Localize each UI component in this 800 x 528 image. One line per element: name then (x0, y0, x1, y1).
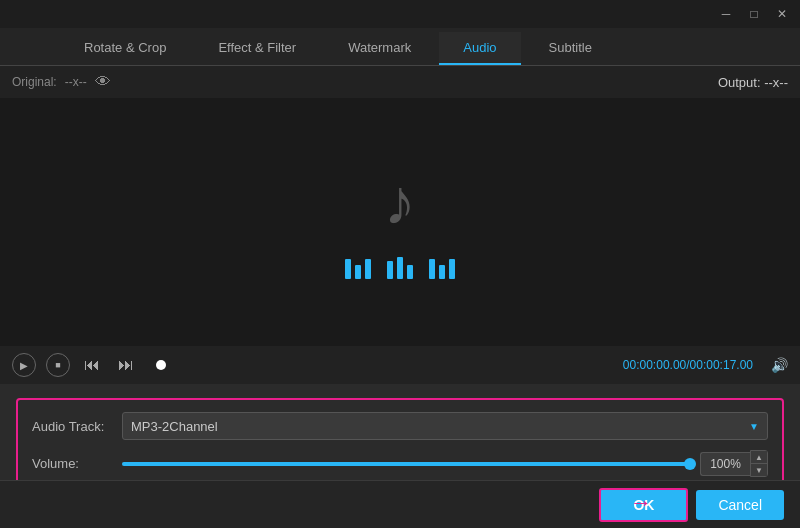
output-info: Output: --x-- (718, 75, 788, 90)
bottom-bar: → OK Cancel (0, 480, 800, 528)
volume-icon[interactable]: 🔊 (771, 357, 788, 373)
video-info-bar: Original: --x-- 👁 MUSIC 3.mp3 Output: --… (0, 66, 800, 98)
audio-track-control: MP3-2Channel ▼ (122, 412, 768, 440)
eq-bar-6 (407, 265, 413, 279)
time-display: 00:00:00.00/00:00:17.00 (623, 358, 753, 372)
audio-track-row: Audio Track: MP3-2Channel ▼ (32, 412, 768, 440)
volume-row: Volume: 100% ▲ ▼ (32, 450, 768, 477)
progress-dot[interactable] (156, 360, 166, 370)
eye-icon[interactable]: 👁 (95, 73, 111, 91)
eq-bar-2 (355, 265, 361, 279)
tab-audio[interactable]: Audio (439, 32, 520, 65)
volume-spinners: ▲ ▼ (750, 450, 768, 477)
controls-bar: ▶ ■ ⏮ ⏭ 00:00:00.00/00:00:17.00 🔊 (0, 346, 800, 384)
settings-area: Audio Track: MP3-2Channel ▼ Volume: 100% (0, 384, 800, 480)
title-bar: ─ □ ✕ (0, 0, 800, 28)
cancel-button[interactable]: Cancel (696, 490, 784, 520)
volume-value-group: 100% ▲ ▼ (700, 450, 768, 477)
volume-control: 100% ▲ ▼ (122, 450, 768, 477)
eq-bar-3 (365, 259, 371, 279)
tab-bar: Rotate & Crop Effect & Filter Watermark … (0, 28, 800, 66)
eq-bar-8 (439, 265, 445, 279)
eq-bar-9 (449, 259, 455, 279)
video-preview: ♪ (0, 98, 800, 346)
play-button[interactable]: ▶ (12, 353, 36, 377)
volume-down-button[interactable]: ▼ (751, 464, 767, 476)
music-note-icon: ♪ (384, 165, 416, 239)
eq-bar-5 (397, 257, 403, 279)
original-info: Original: --x-- 👁 (12, 73, 111, 91)
close-button[interactable]: ✕ (768, 3, 796, 25)
audio-track-label: Audio Track: (32, 419, 122, 434)
equalizer (345, 255, 455, 279)
stop-button[interactable]: ■ (46, 353, 70, 377)
tab-effect-filter[interactable]: Effect & Filter (194, 32, 320, 65)
tab-rotate-crop[interactable]: Rotate & Crop (60, 32, 190, 65)
eq-bar-4 (387, 261, 393, 279)
maximize-button[interactable]: □ (740, 3, 768, 25)
volume-label: Volume: (32, 456, 122, 471)
volume-slider-thumb[interactable] (684, 458, 696, 470)
next-button[interactable]: ⏭ (114, 353, 138, 377)
ok-arrow-icon: → (630, 490, 652, 516)
volume-slider-track[interactable] (122, 462, 690, 466)
dropdown-arrow-icon: ▼ (749, 421, 759, 432)
prev-button[interactable]: ⏮ (80, 353, 104, 377)
eq-bar-7 (429, 259, 435, 279)
minimize-button[interactable]: ─ (712, 3, 740, 25)
volume-value: 100% (700, 452, 750, 476)
eq-bar-1 (345, 259, 351, 279)
tab-watermark[interactable]: Watermark (324, 32, 435, 65)
tab-subtitle[interactable]: Subtitle (525, 32, 616, 65)
volume-slider-fill (122, 462, 690, 466)
audio-track-dropdown[interactable]: MP3-2Channel ▼ (122, 412, 768, 440)
volume-up-button[interactable]: ▲ (751, 451, 767, 463)
